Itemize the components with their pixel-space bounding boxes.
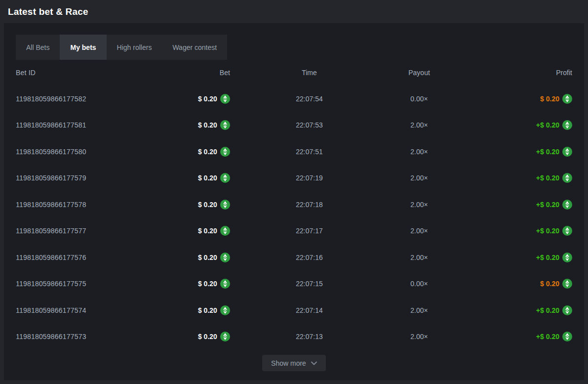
table-header-row: Bet ID Bet Time Payout Profit <box>16 60 572 85</box>
table-body: 119818059866177582 $ 0.20 22:07:54 0.00×… <box>16 85 572 350</box>
ethereum-classic-coin-icon <box>220 305 230 315</box>
tab-my-bets[interactable]: My bets <box>60 35 106 60</box>
ethereum-classic-coin-icon <box>562 120 572 130</box>
bet-amount: $ 0.20 <box>198 254 217 261</box>
ethereum-classic-coin-icon <box>562 253 572 262</box>
bet-profit-cell: +$ 0.20 <box>536 253 572 262</box>
bet-profit-cell: +$ 0.20 <box>536 173 572 183</box>
bet-time-cell: 22:07:16 <box>230 254 389 261</box>
bet-payout-cell: 2.00× <box>389 227 450 235</box>
bet-time-cell: 22:07:18 <box>230 201 389 209</box>
bet-profit: $ 0.20 <box>540 95 559 103</box>
table-row[interactable]: 119818059866177575 $ 0.20 22:07:15 0.00×… <box>16 271 572 298</box>
bet-profit-cell: $ 0.20 <box>540 279 572 289</box>
bet-id-cell: 119818059866177580 <box>16 148 149 156</box>
tab-all-bets[interactable]: All Bets <box>16 35 60 60</box>
bet-profit: +$ 0.20 <box>536 121 559 129</box>
bet-amount: $ 0.20 <box>198 174 217 182</box>
bet-payout-cell: 2.00× <box>389 254 450 261</box>
bet-profit: $ 0.20 <box>540 280 559 288</box>
table-row[interactable]: 119818059866177579 $ 0.20 22:07:19 2.00×… <box>16 165 572 192</box>
bet-amount: $ 0.20 <box>198 333 217 341</box>
ethereum-classic-coin-icon <box>220 173 230 183</box>
ethereum-classic-coin-icon <box>562 94 572 104</box>
ethereum-classic-coin-icon <box>562 147 572 157</box>
bet-amount-cell: $ 0.20 <box>198 279 230 289</box>
ethereum-classic-coin-icon <box>562 305 572 315</box>
ethereum-classic-coin-icon <box>220 94 230 104</box>
column-header-payout: Payout <box>389 69 450 77</box>
table-row[interactable]: 119818059866177578 $ 0.20 22:07:18 2.00×… <box>16 191 572 218</box>
bet-id-cell: 119818059866177575 <box>16 280 149 288</box>
bet-id-cell: 119818059866177573 <box>16 333 149 341</box>
bet-amount-cell: $ 0.20 <box>198 226 230 236</box>
tab-wager-contest[interactable]: Wager contest <box>162 35 227 60</box>
bet-id-cell: 119818059866177574 <box>16 306 149 314</box>
bet-profit-cell: +$ 0.20 <box>536 147 572 157</box>
bet-profit: +$ 0.20 <box>536 201 559 209</box>
table-row[interactable]: 119818059866177574 $ 0.20 22:07:14 2.00×… <box>16 297 572 324</box>
bet-id-cell: 119818059866177579 <box>16 174 149 182</box>
bet-amount-cell: $ 0.20 <box>198 332 230 341</box>
table-row[interactable]: 119818059866177582 $ 0.20 22:07:54 0.00×… <box>16 85 572 112</box>
bet-payout-cell: 2.00× <box>389 201 450 209</box>
bet-profit-cell: $ 0.20 <box>540 94 572 104</box>
ethereum-classic-coin-icon <box>220 200 230 210</box>
bet-time-cell: 22:07:53 <box>230 121 389 129</box>
tab-label: My bets <box>70 43 96 51</box>
bet-id-cell: 119818059866177576 <box>16 254 149 261</box>
bet-profit: +$ 0.20 <box>536 333 559 341</box>
tab-high-rollers[interactable]: High rollers <box>107 35 162 60</box>
table-row[interactable]: 119818059866177576 $ 0.20 22:07:16 2.00×… <box>16 244 572 271</box>
bet-payout-cell: 2.00× <box>389 121 450 129</box>
ethereum-classic-coin-icon <box>220 332 230 341</box>
bet-amount-cell: $ 0.20 <box>198 120 230 130</box>
bet-amount: $ 0.20 <box>198 201 217 209</box>
bet-profit: +$ 0.20 <box>536 306 559 314</box>
bet-amount-cell: $ 0.20 <box>198 147 230 157</box>
table-footer: Show more <box>16 355 572 371</box>
bet-time-cell: 22:07:19 <box>230 174 389 182</box>
bet-profit: +$ 0.20 <box>536 227 559 235</box>
bet-time-cell: 22:07:54 <box>230 95 389 103</box>
tab-label: Wager contest <box>172 43 217 51</box>
ethereum-classic-coin-icon <box>562 226 572 236</box>
tab-label: High rollers <box>117 43 152 51</box>
ethereum-classic-coin-icon <box>220 120 230 130</box>
bet-amount-cell: $ 0.20 <box>198 253 230 262</box>
bet-payout-cell: 2.00× <box>389 306 450 314</box>
tabs: All Bets My bets High rollers Wager cont… <box>16 35 227 60</box>
bets-panel: All Bets My bets High rollers Wager cont… <box>4 23 584 380</box>
show-more-label: Show more <box>271 359 306 367</box>
bet-amount: $ 0.20 <box>198 227 217 235</box>
bet-payout-cell: 2.00× <box>389 174 450 182</box>
bet-time-cell: 22:07:17 <box>230 227 389 235</box>
bet-amount-cell: $ 0.20 <box>198 94 230 104</box>
bet-profit: +$ 0.20 <box>536 174 559 182</box>
ethereum-classic-coin-icon <box>220 253 230 262</box>
ethereum-classic-coin-icon <box>562 173 572 183</box>
bet-amount: $ 0.20 <box>198 148 217 156</box>
bet-id-cell: 119818059866177577 <box>16 227 149 235</box>
table-row[interactable]: 119818059866177577 $ 0.20 22:07:17 2.00×… <box>16 218 572 245</box>
table-row[interactable]: 119818059866177573 $ 0.20 22:07:13 2.00×… <box>16 324 572 350</box>
bet-profit-cell: +$ 0.20 <box>536 200 572 210</box>
title-bar: Latest bet & Race <box>0 0 588 23</box>
column-header-profit: Profit <box>450 69 572 77</box>
ethereum-classic-coin-icon <box>220 279 230 289</box>
bet-id-cell: 119818059866177582 <box>16 95 149 103</box>
ethereum-classic-coin-icon <box>562 279 572 289</box>
column-header-time: Time <box>230 69 389 77</box>
bet-amount-cell: $ 0.20 <box>198 200 230 210</box>
bet-amount: $ 0.20 <box>198 95 217 103</box>
bet-payout-cell: 2.00× <box>389 333 450 341</box>
show-more-button[interactable]: Show more <box>262 355 326 371</box>
bet-profit-cell: +$ 0.20 <box>536 305 572 315</box>
bet-time-cell: 22:07:51 <box>230 148 389 156</box>
bet-profit-cell: +$ 0.20 <box>536 226 572 236</box>
column-header-bet: Bet <box>149 69 230 77</box>
table-row[interactable]: 119818059866177580 $ 0.20 22:07:51 2.00×… <box>16 138 572 165</box>
bet-payout-cell: 0.00× <box>389 280 450 288</box>
table-row[interactable]: 119818059866177581 $ 0.20 22:07:53 2.00×… <box>16 112 572 139</box>
bet-time-cell: 22:07:14 <box>230 306 389 314</box>
